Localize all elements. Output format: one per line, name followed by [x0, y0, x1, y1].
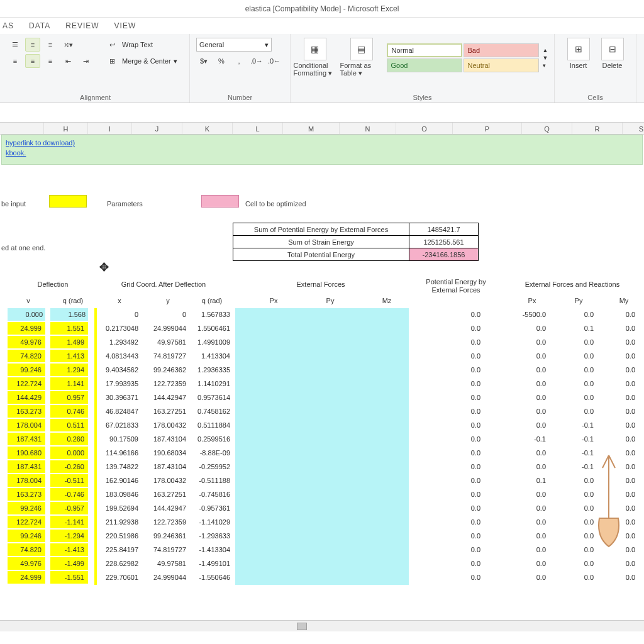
cell-styles-gallery[interactable]: Normal Bad Good Neutral [387, 43, 539, 72]
cell-x[interactable]: 229.70601 [97, 571, 142, 584]
cell-px[interactable]: 0.0 [503, 336, 550, 348]
cell-q[interactable]: 0.260 [50, 433, 88, 445]
cell-y[interactable]: 99.246362 [145, 364, 190, 376]
cell-y[interactable]: 122.72359 [145, 377, 190, 390]
cell-q2[interactable]: -1.499101 [192, 557, 234, 570]
cell-pe[interactable]: 0.0 [428, 460, 484, 473]
cell-y[interactable]: 49.97581 [145, 336, 190, 348]
merge-center-label[interactable]: Merge & Center [122, 57, 171, 65]
cell-q2[interactable]: 1.567833 [192, 308, 234, 321]
cell-q2[interactable]: -0.511188 [192, 474, 234, 487]
col-Q[interactable]: Q [522, 123, 572, 134]
cell-x[interactable]: 211.92938 [97, 516, 142, 528]
col-O[interactable]: O [396, 123, 453, 134]
cell-py[interactable]: 0.0 [553, 308, 597, 321]
cell-v[interactable]: 122.724 [8, 377, 45, 390]
cell-x[interactable]: 4.0813443 [97, 350, 142, 362]
horizontal-scrollbar[interactable] [0, 620, 644, 631]
col-N[interactable]: N [340, 123, 396, 134]
cell-v[interactable]: 99.246 [8, 502, 45, 514]
align-middle-icon[interactable]: ≡ [25, 38, 40, 52]
cell-x[interactable]: 228.62982 [97, 557, 142, 570]
cell-q2[interactable]: -0.957361 [192, 502, 234, 514]
cell-v[interactable]: 74.820 [8, 350, 45, 362]
cell-x[interactable]: 114.96166 [97, 447, 142, 459]
cell-pe[interactable]: 0.0 [428, 433, 484, 445]
cell-q[interactable]: -1.413 [50, 543, 88, 556]
cell-y[interactable]: 74.819727 [145, 543, 190, 556]
col-J[interactable]: J [132, 123, 182, 134]
tab-review[interactable]: REVIEW [65, 21, 99, 30]
cell-q2[interactable]: 0.2599516 [192, 433, 234, 445]
cell-py[interactable]: 0.0 [553, 516, 597, 528]
col-I[interactable]: I [88, 123, 132, 134]
cell-v[interactable]: 178.004 [8, 419, 45, 431]
cell-y[interactable]: 163.27251 [145, 405, 190, 418]
cell-v[interactable]: 0.000 [8, 308, 45, 321]
cell-v[interactable]: 49.976 [8, 557, 45, 570]
cell-px[interactable]: 0.0 [503, 502, 550, 514]
cell-my[interactable]: 0.0 [601, 391, 639, 404]
cell-q[interactable]: 1.141 [50, 377, 88, 390]
cell-x[interactable]: 30.396371 [97, 391, 142, 404]
cell-pe[interactable]: 0.0 [428, 474, 484, 487]
cell-px[interactable]: 0.0 [503, 447, 550, 459]
cell-px[interactable]: 0.0 [503, 391, 550, 404]
cell-q[interactable]: -0.746 [50, 488, 88, 501]
align-left-icon[interactable]: ≡ [8, 54, 23, 68]
col-M[interactable]: M [283, 123, 340, 134]
cell-my[interactable]: 0.0 [601, 350, 639, 362]
cell-v[interactable]: 24.999 [8, 571, 45, 584]
cell-pe[interactable]: 0.0 [428, 488, 484, 501]
cell-my[interactable]: 0.0 [601, 322, 639, 335]
cell-py[interactable]: 0.0 [553, 474, 597, 487]
cell-my[interactable]: 0.0 [601, 502, 639, 514]
cell-v[interactable]: 178.004 [8, 474, 45, 487]
cell-q[interactable]: 1.551 [50, 322, 88, 335]
cell-my[interactable]: 0.0 [601, 516, 639, 528]
col-H[interactable]: H [44, 123, 88, 134]
cell-y[interactable]: 24.999044 [145, 322, 190, 335]
cell-py[interactable]: 0.0 [553, 530, 597, 542]
col-L[interactable]: L [233, 123, 283, 134]
cell-px[interactable]: 0.0 [503, 364, 550, 376]
align-top-icon[interactable]: ☰ [8, 38, 23, 52]
cell-py[interactable]: 0.1 [553, 322, 597, 335]
cell-py[interactable]: -0.1 [553, 419, 597, 431]
cell-pe[interactable]: 0.0 [428, 364, 484, 376]
cell-my[interactable]: 0.0 [601, 364, 639, 376]
cell-pe[interactable]: 0.0 [428, 557, 484, 570]
cell-q2[interactable]: 1.2936335 [192, 364, 234, 376]
decrease-indent-icon[interactable]: ⇤ [60, 54, 75, 68]
cell-x[interactable]: 183.09846 [97, 488, 142, 501]
cell-q[interactable]: -0.957 [50, 502, 88, 514]
cell-x[interactable]: 199.52694 [97, 502, 142, 514]
tab-view[interactable]: VIEW [114, 21, 136, 30]
cell-py[interactable]: 0.0 [553, 557, 597, 570]
cell-q2[interactable]: 1.1410291 [192, 377, 234, 390]
cell-py[interactable]: 0.0 [553, 571, 597, 584]
cell-my[interactable]: 0.0 [601, 460, 639, 473]
cell-px[interactable]: 0.0 [503, 377, 550, 390]
cell-my[interactable]: 0.0 [601, 405, 639, 418]
row-corner[interactable] [0, 123, 44, 134]
cell-px[interactable]: 0.0 [503, 571, 550, 584]
hyperlink-download[interactable]: hyperlink to download) [6, 139, 75, 147]
comma-icon[interactable]: , [231, 54, 247, 68]
cell-y[interactable]: 144.42947 [145, 502, 190, 514]
cell-v[interactable]: 187.431 [8, 433, 45, 445]
cell-pe[interactable]: 0.0 [428, 377, 484, 390]
cell-my[interactable]: 0.0 [601, 571, 639, 584]
percent-icon[interactable]: % [214, 54, 229, 68]
cell-q2[interactable]: -0.259952 [192, 460, 234, 473]
decrease-decimal-icon[interactable]: .0← [267, 54, 282, 68]
cell-q[interactable]: 0.957 [50, 391, 88, 404]
cell-my[interactable]: 0.0 [601, 543, 639, 556]
cell-v[interactable]: 99.246 [8, 364, 45, 376]
cell-pe[interactable]: 0.0 [428, 516, 484, 528]
cell-px[interactable]: -5500.0 [503, 308, 550, 321]
cell-py[interactable]: 0.0 [553, 336, 597, 348]
cell-v[interactable]: 187.431 [8, 460, 45, 473]
cell-q2[interactable]: 1.4991009 [192, 336, 234, 348]
cell-py[interactable]: -0.1 [553, 460, 597, 473]
